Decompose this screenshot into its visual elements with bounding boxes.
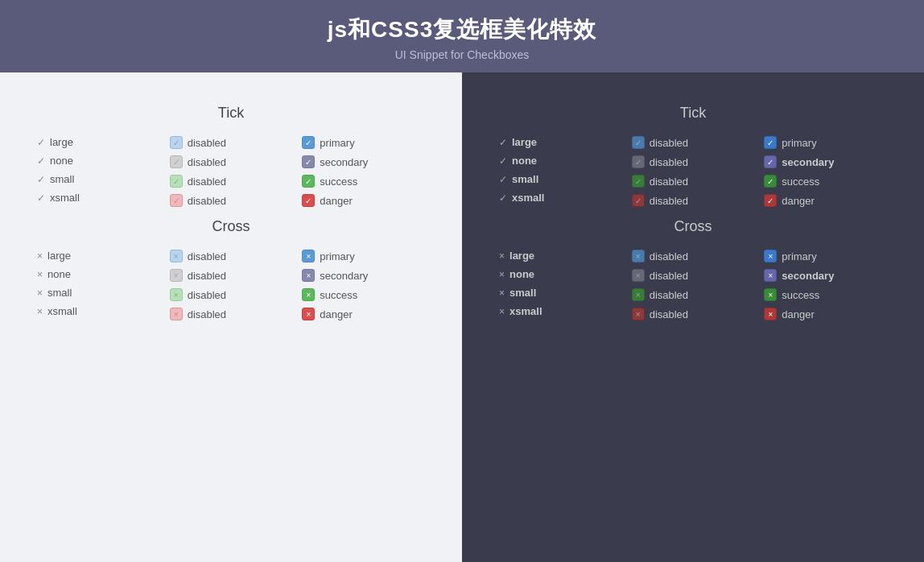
checkbox-secondary[interactable]: ✓ <box>302 155 315 168</box>
dark-cross-primary-item[interactable]: × primary <box>759 246 892 266</box>
cross-disabled-green-item[interactable]: × disabled <box>165 285 298 304</box>
cross-icon: × <box>499 269 505 280</box>
checkbox-primary[interactable]: ✓ <box>302 136 315 149</box>
tick-disabled-gray-item[interactable]: ✓ disabled <box>165 152 298 171</box>
tick-icon: ✓ <box>37 174 45 185</box>
dark-tick-disabled-red-item[interactable]: ✓ disabled <box>627 191 760 210</box>
tick-icon: ✓ <box>499 155 507 167</box>
size-label: none <box>47 268 71 280</box>
cross-disabled-blue-item[interactable]: × disabled <box>165 246 298 266</box>
danger-label: danger <box>320 308 352 320</box>
secondary-label: secondary <box>782 156 834 168</box>
checkbox-dark-cross-danger[interactable]: × <box>764 308 777 320</box>
dark-tick-xsmall-item: ✓ xsmall <box>494 188 627 207</box>
tick-disabled-blue-item[interactable]: ✓ disabled <box>165 133 298 152</box>
dark-tick-large-item: ✓ large <box>494 133 627 151</box>
dark-cross-large-item: × large <box>494 246 627 265</box>
checkbox-dark-cross-primary[interactable]: × <box>764 250 777 262</box>
secondary-label: secondary <box>320 270 368 282</box>
dark-cross-none-item: × none <box>494 265 627 283</box>
checkbox-cross-disabled-blue[interactable]: × <box>170 250 183 262</box>
cross-large-item: × large <box>32 246 165 265</box>
checkbox-dark-success[interactable]: ✓ <box>764 175 777 188</box>
checkbox-dark-disabled-green[interactable]: ✓ <box>632 175 645 188</box>
tick-secondary-item[interactable]: ✓ secondary <box>297 152 430 171</box>
disabled-label: disabled <box>650 308 688 320</box>
checkbox-dark-cross-disabled-green[interactable]: × <box>632 288 645 301</box>
cross-icon: × <box>37 287 43 299</box>
cross-danger-item[interactable]: × danger <box>297 304 430 324</box>
checkbox-disabled-red[interactable]: ✓ <box>170 194 183 207</box>
checkbox-danger[interactable]: ✓ <box>302 194 315 207</box>
checkbox-success[interactable]: ✓ <box>302 175 315 188</box>
cross-small-item: × small <box>32 283 165 302</box>
checkbox-dark-cross-success[interactable]: × <box>764 288 777 301</box>
page-title: js和CSS3复选框美化特效 <box>0 14 924 45</box>
checkbox-dark-cross-disabled-red[interactable]: × <box>632 308 645 320</box>
dark-tick-disabled-blue-item[interactable]: ✓ disabled <box>627 133 760 152</box>
dark-cross-disabled-green-item[interactable]: × disabled <box>627 285 760 304</box>
checkbox-cross-primary[interactable]: × <box>302 250 315 262</box>
dark-cross-secondary-item[interactable]: × secondary <box>759 266 892 285</box>
dark-cross-disabled-red-item[interactable]: × disabled <box>627 304 760 324</box>
checkbox-disabled-blue[interactable]: ✓ <box>170 136 183 149</box>
tick-icon: ✓ <box>37 155 45 167</box>
success-label: success <box>782 176 819 188</box>
cross-none-item: × none <box>32 265 165 283</box>
tick-primary-item[interactable]: ✓ primary <box>297 133 430 152</box>
checkbox-dark-disabled-red[interactable]: ✓ <box>632 194 645 207</box>
dark-tick-disabled-green-item[interactable]: ✓ disabled <box>627 171 760 191</box>
checkbox-dark-disabled-blue[interactable]: ✓ <box>632 136 645 149</box>
dark-cross-disabled-blue-item[interactable]: × disabled <box>627 246 760 266</box>
tick-success-item[interactable]: ✓ success <box>297 171 430 191</box>
dark-tick-title: Tick <box>494 105 892 122</box>
dark-tick-primary-item[interactable]: ✓ primary <box>759 133 892 152</box>
tick-danger-item[interactable]: ✓ danger <box>297 191 430 210</box>
list-item: × disabled × disabled × disabled × disab… <box>627 246 760 324</box>
dark-tick-secondary-item[interactable]: ✓ secondary <box>759 152 892 171</box>
checkbox-dark-cross-secondary[interactable]: × <box>764 269 777 282</box>
dark-cross-title: Cross <box>494 218 892 235</box>
dark-tick-success-item[interactable]: ✓ success <box>759 171 892 191</box>
checkbox-dark-danger[interactable]: ✓ <box>764 194 777 207</box>
cross-secondary-item[interactable]: × secondary <box>297 266 430 285</box>
dark-tick-danger-item[interactable]: ✓ danger <box>759 191 892 210</box>
disabled-label: disabled <box>650 250 688 262</box>
cross-disabled-red-item[interactable]: × disabled <box>165 304 298 324</box>
secondary-label: secondary <box>782 270 834 282</box>
dark-cross-disabled-gray-item[interactable]: × disabled <box>627 266 760 285</box>
cross-success-item[interactable]: × success <box>297 285 430 304</box>
cross-primary-item[interactable]: × primary <box>297 246 430 266</box>
primary-label: primary <box>320 250 354 262</box>
checkbox-dark-primary[interactable]: ✓ <box>764 136 777 149</box>
tick-disabled-red-item[interactable]: ✓ disabled <box>165 191 298 210</box>
checkbox-dark-secondary[interactable]: ✓ <box>764 155 777 168</box>
cross-icon: × <box>37 306 43 317</box>
size-label: none <box>512 155 537 167</box>
list-item: × disabled × disabled × disabled × disab… <box>165 246 298 324</box>
size-label: large <box>50 136 73 148</box>
cross-disabled-gray-item[interactable]: × disabled <box>165 266 298 285</box>
disabled-label: disabled <box>650 176 688 188</box>
checkbox-cross-danger[interactable]: × <box>302 308 315 320</box>
checkbox-dark-disabled-gray[interactable]: ✓ <box>632 155 645 168</box>
dark-cross-danger-item[interactable]: × danger <box>759 304 892 324</box>
checkbox-disabled-gray[interactable]: ✓ <box>170 155 183 168</box>
dark-tick-disabled-gray-item[interactable]: ✓ disabled <box>627 152 760 171</box>
dark-cross-success-item[interactable]: × success <box>759 285 892 304</box>
size-label: small <box>47 287 72 299</box>
disabled-label: disabled <box>188 176 226 188</box>
checkbox-cross-disabled-gray[interactable]: × <box>170 269 183 282</box>
tick-disabled-green-item[interactable]: ✓ disabled <box>165 171 298 191</box>
checkbox-disabled-green[interactable]: ✓ <box>170 175 183 188</box>
checkbox-cross-disabled-red[interactable]: × <box>170 308 183 320</box>
checkbox-cross-secondary[interactable]: × <box>302 269 315 282</box>
disabled-label: disabled <box>188 270 226 282</box>
page-header: js和CSS3复选框美化特效 UI Snippet for Checkboxes <box>0 0 924 72</box>
size-label: none <box>50 155 73 167</box>
checkbox-dark-cross-disabled-gray[interactable]: × <box>632 269 645 282</box>
checkbox-cross-success[interactable]: × <box>302 288 315 301</box>
size-label: xsmall <box>50 192 80 204</box>
checkbox-cross-disabled-green[interactable]: × <box>170 288 183 301</box>
checkbox-dark-cross-disabled-blue[interactable]: × <box>632 250 645 262</box>
